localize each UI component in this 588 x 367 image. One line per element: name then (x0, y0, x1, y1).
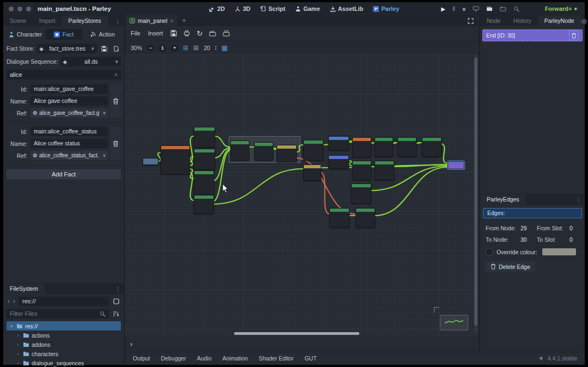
fact-ref-dropdown[interactable]: ⚙ alice_coffee_status_fact. ▾ (30, 151, 108, 160)
override-colour-checkbox[interactable] (486, 248, 493, 255)
horizontal-scrollbar[interactable] (125, 332, 478, 335)
graph-node[interactable] (448, 161, 464, 169)
filter-files-input[interactable]: Filter Files (7, 309, 109, 319)
tree-item-dialogue-sequences[interactable]: › dialogue_sequences (7, 358, 121, 367)
graph-node[interactable] (194, 170, 214, 197)
version-label[interactable]: 4.4.1.stable (548, 355, 577, 362)
stop-button[interactable]: ■ (462, 6, 465, 12)
delete-fact-button[interactable] (110, 84, 121, 118)
snap-distance-stepper[interactable]: ▴ ▾ (215, 45, 217, 51)
graph-node[interactable] (375, 161, 394, 180)
graph-node[interactable] (329, 208, 350, 228)
action-mode-button[interactable]: Action (83, 29, 121, 40)
vertical-scrollbar[interactable] (474, 54, 477, 333)
dock-menu-icon[interactable]: ⋮ (112, 17, 124, 26)
bottom-tab-audio[interactable]: Audio (197, 355, 212, 362)
tab-node[interactable]: Node (480, 16, 507, 26)
bottom-tab-animation[interactable]: Animation (223, 355, 248, 362)
grid-toggle-icon[interactable]: ⊞ (193, 44, 199, 52)
graph-canvas[interactable] (125, 54, 478, 336)
movie-writer-icon[interactable] (500, 6, 506, 11)
fact-store-dropdown[interactable]: ◈ fact_store.tres ▾ (36, 44, 97, 53)
bottom-tab-output[interactable]: Output (133, 355, 150, 362)
graph-node[interactable] (230, 140, 249, 161)
graph-node[interactable] (143, 158, 158, 165)
refresh-icon[interactable]: ↻ (197, 29, 203, 38)
graph-node[interactable] (303, 140, 323, 161)
graph-node[interactable] (254, 142, 273, 161)
new-tab-button[interactable]: + (177, 17, 190, 25)
graph-node[interactable] (194, 195, 214, 214)
minimap-toggle-icon[interactable]: ▦ (222, 44, 228, 52)
tab-parleystores[interactable]: ParleyStores (62, 16, 108, 26)
snap-toggle-icon[interactable]: ⊞ (183, 44, 188, 52)
bottom-tab-gut[interactable]: GUT (304, 355, 316, 362)
graph-node[interactable] (194, 149, 215, 170)
character-mode-button[interactable]: Character (7, 29, 44, 40)
tree-item-addons[interactable]: › addons (7, 340, 121, 349)
expand-sidebar-icon[interactable]: › (125, 340, 132, 348)
tab-import[interactable]: Import (33, 16, 62, 26)
delete-fact-button[interactable] (110, 127, 121, 160)
fact-name-field[interactable]: Alice coffee status (30, 139, 108, 148)
fact-id-field[interactable]: main:alice_coffee_status (30, 127, 108, 136)
renderer-selector[interactable]: Forward+ ▾ (545, 5, 577, 13)
expand-panel-icon[interactable] (463, 18, 478, 24)
window-minimize-button[interactable] (17, 7, 22, 11)
clear-search-icon[interactable]: × (114, 71, 118, 78)
zoom-in-button[interactable]: + (171, 45, 178, 52)
tree-item-characters[interactable]: › characters (7, 349, 121, 358)
tree-item-actions[interactable]: › actions (7, 331, 121, 340)
save-store-button[interactable] (99, 44, 109, 53)
graph-node[interactable] (375, 137, 393, 157)
add-fact-button[interactable]: Add Fact (7, 169, 121, 179)
colour-swatch[interactable] (542, 248, 576, 255)
graph-node[interactable] (422, 137, 442, 157)
tab-history[interactable]: History (507, 16, 538, 26)
window-controls[interactable] (9, 7, 31, 11)
tab-parleynode[interactable]: ParleyNode (538, 16, 581, 26)
window-zoom-button[interactable] (26, 7, 31, 11)
bottom-tab-shader-editor[interactable]: Shader Editor (259, 355, 293, 362)
fact-name-field[interactable]: Alice gave coffee (30, 96, 108, 106)
graph-minimap[interactable] (440, 315, 468, 331)
graph-node[interactable] (277, 145, 297, 162)
fact-search-input[interactable]: alice × (7, 70, 121, 79)
play-button[interactable]: ▶ (441, 6, 445, 12)
zoom-reset-button[interactable]: 1 (159, 45, 166, 52)
dialogue-sequence-dropdown[interactable]: ◈ all.ds ▾ (60, 57, 121, 66)
tab-parleyedges[interactable]: ParleyEdges (480, 194, 526, 205)
sort-button[interactable] (111, 309, 121, 319)
edges-section-header[interactable]: Edges: (483, 208, 582, 218)
fact-ref-dropdown[interactable]: ⚙ alice_gave_coffee_fact.g ▾ (30, 108, 108, 118)
quick-open-icon[interactable] (513, 6, 519, 12)
bottom-tab-debugger[interactable]: Debugger (161, 355, 186, 362)
graph-node[interactable] (352, 137, 371, 157)
close-tab-icon[interactable]: × (170, 17, 173, 24)
graph-node[interactable] (303, 164, 321, 181)
graph-node[interactable] (397, 137, 416, 157)
run-dialogue-icon[interactable] (209, 30, 216, 36)
tab-parley[interactable]: P Parley (373, 5, 399, 12)
tab-game[interactable]: Game (295, 5, 320, 12)
file-menu[interactable]: File (131, 30, 140, 36)
new-store-button[interactable] (111, 44, 121, 53)
nav-back-icon[interactable]: ‹ (581, 19, 587, 25)
fact-id-field[interactable]: main:alice_gave_coffee (30, 84, 108, 94)
remote-debug-icon[interactable] (473, 6, 479, 11)
path-input[interactable]: res:// (19, 297, 109, 306)
window-close-button[interactable] (9, 7, 14, 11)
export-icon[interactable] (183, 30, 190, 36)
graph-node[interactable] (328, 136, 349, 150)
graph-node[interactable] (356, 208, 375, 228)
graph-node[interactable] (194, 127, 215, 148)
mute-icon[interactable] (539, 356, 544, 361)
pause-button[interactable]: Ⅱ (452, 6, 455, 12)
vscroll-thumb[interactable] (474, 58, 477, 326)
snap-distance-value[interactable]: 20 (204, 45, 210, 51)
dock-menu-icon[interactable]: ⋮ (572, 195, 585, 205)
history-back-icon[interactable]: ‹ (8, 297, 10, 305)
graph-node[interactable] (161, 145, 190, 174)
graph-node[interactable] (328, 155, 349, 169)
history-forward-icon[interactable]: › (13, 297, 15, 305)
